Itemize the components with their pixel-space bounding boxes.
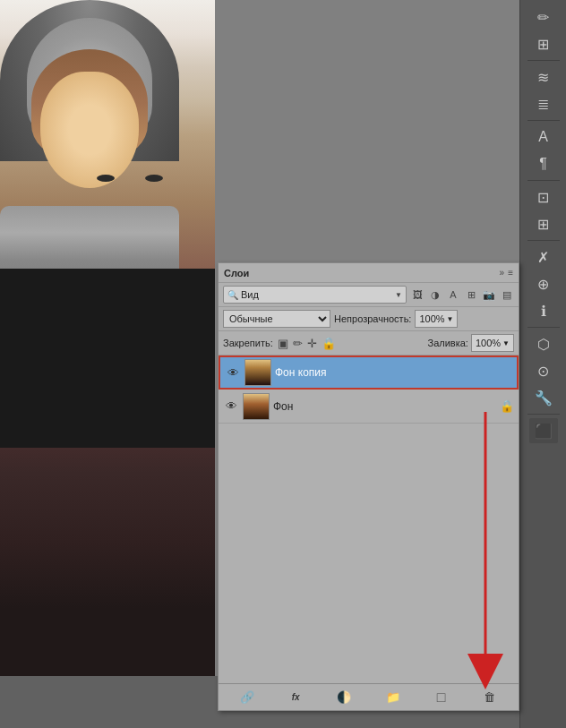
search-icon: 🔍 (227, 290, 238, 300)
image-icon[interactable]: 🖼 (410, 287, 424, 302)
new-layer-icon[interactable]: □ (432, 688, 451, 707)
layer-eye-base[interactable]: 👁 (223, 398, 239, 415)
toolbar-menu-icon[interactable]: ≣ (529, 91, 558, 116)
opacity-value[interactable]: 100% ▼ (415, 310, 458, 328)
lock-pin-brush[interactable]: ✏ (293, 337, 303, 350)
toolbar-text-icon[interactable]: A (529, 124, 558, 150)
sweater (0, 269, 215, 448)
toolbar-divider-3 (527, 180, 560, 181)
adjustment-icon[interactable]: 🌓 (334, 688, 354, 707)
frame-icon[interactable]: ⊞ (464, 287, 478, 302)
panel-title: Слои (224, 268, 249, 278)
fill-value[interactable]: 100% ▼ (471, 334, 514, 352)
fill-arrow: ▼ (502, 339, 510, 347)
layer-row-copy[interactable]: 👁 Фон копия (219, 355, 519, 390)
canvas-white (0, 0, 215, 676)
layer-name-copy: Фон копия (275, 366, 512, 379)
toolbar-para-icon[interactable]: ¶ (529, 151, 558, 176)
canvas-photo (0, 0, 215, 676)
toolbar-info-icon[interactable]: ℹ (529, 298, 558, 323)
panel-blend-row: Обычные Непрозрачность: 100% ▼ (219, 306, 519, 330)
delete-icon[interactable]: 🗑 (480, 688, 500, 707)
lock-pin-lock[interactable]: 🔒 (322, 337, 336, 350)
opacity-arrow: ▼ (447, 315, 454, 323)
layers-panel: Слои » ≡ 🔍 Вид ▼ 🖼 ◑ A ⊞ 📷 ▤ Обычные Неп… (218, 262, 519, 711)
toolbar-divider-4 (527, 240, 560, 241)
toolbar-layers-icon[interactable]: ⬛ (529, 418, 558, 443)
text-t-icon[interactable]: A (446, 287, 460, 302)
layer-thumb-copy (244, 359, 271, 386)
opacity-label: Непрозрачность: (334, 313, 411, 324)
fill-section: Заливка: 100% ▼ (428, 334, 514, 352)
eye-left (97, 175, 115, 182)
eye-right (145, 175, 163, 182)
layers-empty-area (219, 424, 519, 683)
panel-header: Слои » ≡ (219, 263, 519, 283)
panel-menu-icon[interactable]: ≡ (508, 268, 513, 278)
toolbar-box-icon[interactable]: ⊞ (529, 211, 558, 236)
view-dropdown-arrow[interactable]: ▼ (395, 291, 402, 299)
toolbar-divider-2 (527, 120, 560, 121)
toolbar-lines-icon[interactable]: ≋ (529, 64, 558, 90)
layer-thumb-photo-base (244, 394, 269, 419)
toolbar-grid-icon[interactable]: ⊡ (529, 184, 558, 210)
layer-eye-copy[interactable]: 👁 (225, 364, 241, 381)
lock-pin-move[interactable]: ✛ (307, 337, 317, 350)
toolbar-divider-1 (527, 60, 560, 61)
toolbar-divider-6 (527, 414, 560, 415)
toolbar-wrench-icon[interactable]: 🔧 (529, 385, 558, 410)
layers-list: 👁 Фон копия 👁 Фон 🔒 (219, 355, 519, 424)
panel-header-icons: » ≡ (500, 268, 513, 278)
panel-view-row: 🔍 Вид ▼ 🖼 ◑ A ⊞ 📷 ▤ (219, 283, 519, 306)
view-label: Вид (241, 289, 392, 300)
camera-icon[interactable]: 📷 (482, 287, 496, 302)
fx-icon[interactable]: fx (286, 688, 305, 707)
blend-mode-select[interactable]: Обычные (223, 310, 330, 328)
toolbar-circle-icon[interactable]: ⊙ (529, 358, 558, 383)
link-icon[interactable]: 🔗 (237, 688, 257, 707)
expand-icon[interactable]: » (500, 268, 505, 278)
lock-label: Закрепить: (223, 338, 273, 348)
toolbar-scissors-icon[interactable]: ✗ (529, 244, 558, 270)
toolbar-hex-icon[interactable]: ⬡ (529, 331, 558, 356)
toolbar-add-icon[interactable]: ⊕ (529, 271, 558, 296)
toolbar-transform-icon[interactable]: ⊞ (529, 31, 558, 56)
panel-bottom: 🔗 fx 🌓 📁 □ 🗑 (219, 683, 519, 710)
folder-icon[interactable]: 📁 (383, 688, 403, 707)
side-menu-icon[interactable]: ▤ (500, 287, 514, 302)
lock-pin-sq[interactable]: ▣ (278, 337, 288, 350)
layer-thumb-photo-copy (245, 360, 270, 385)
fill-label: Заливка: (428, 338, 468, 348)
panel-top-icons: 🖼 ◑ A ⊞ 📷 ▤ (410, 287, 514, 302)
toolbar-edit-icon[interactable]: ✏ (529, 4, 558, 30)
circle-half-icon[interactable]: ◑ (428, 287, 442, 302)
face (40, 72, 139, 188)
layer-name-base: Фон (273, 400, 496, 413)
right-toolbar: ✏ ⊞ ≋ ≣ A ¶ ⊡ ⊞ ✗ ⊕ ℹ ⬡ ⊙ 🔧 ⬛ (519, 0, 566, 728)
layer-row-base[interactable]: 👁 Фон 🔒 (219, 390, 519, 424)
layer-lock-icon: 🔒 (500, 399, 514, 413)
toolbar-divider-5 (527, 327, 560, 328)
lock-row: Закрепить: ▣ ✏ ✛ 🔒 Заливка: 100% ▼ (219, 330, 519, 355)
layer-thumb-base (243, 393, 270, 420)
search-box[interactable]: 🔍 Вид ▼ (223, 286, 407, 304)
